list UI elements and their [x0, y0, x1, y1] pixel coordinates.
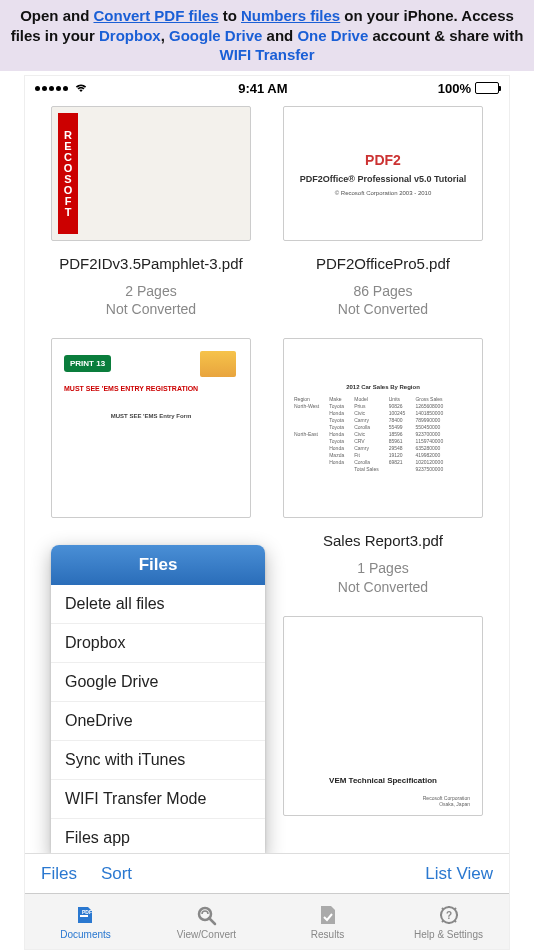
document-state: Not Converted — [338, 578, 428, 596]
popover-item-delete-all[interactable]: Delete all files — [51, 585, 265, 624]
signal-dot-icon — [63, 86, 68, 91]
gear-help-icon: ? — [436, 903, 462, 927]
battery-icon — [475, 82, 499, 94]
popover-title: Files — [51, 545, 265, 585]
document-thumbnail: PDF2 PDF2Office® Professional v5.0 Tutor… — [283, 106, 483, 241]
tab-label: Help & Settings — [414, 929, 483, 940]
document-pages: 2 Pages — [106, 282, 196, 300]
sort-button[interactable]: Sort — [101, 864, 132, 884]
list-view-button[interactable]: List View — [425, 864, 493, 884]
signal-dot-icon — [35, 86, 40, 91]
phone-frame: 9:41 AM 100% RECOSOFT PDF2IDv3.5Pamphlet… — [24, 75, 510, 950]
document-name: Sales Report3.pdf — [323, 532, 443, 549]
highlight-wifi: WIFI Transfer — [219, 46, 314, 63]
document-item[interactable]: 2012 Car Sales By Region RegionNorth-Wes… — [267, 332, 499, 609]
svg-text:PDF: PDF — [82, 909, 92, 915]
link-numbers-files[interactable]: Numbers files — [241, 7, 340, 24]
tab-documents[interactable]: PDF Documents — [25, 894, 146, 949]
tab-help-settings[interactable]: ? Help & Settings — [388, 894, 509, 949]
status-bar: 9:41 AM 100% — [25, 76, 509, 100]
files-button[interactable]: Files — [41, 864, 77, 884]
document-pages: 1 Pages — [338, 559, 428, 577]
wifi-icon — [74, 81, 88, 96]
action-bar: Files Sort List View — [25, 853, 509, 893]
popover-item-dropbox[interactable]: Dropbox — [51, 624, 265, 663]
battery-percent: 100% — [438, 81, 471, 96]
document-thumbnail: RECOSOFT — [51, 106, 251, 241]
document-item[interactable]: RECOSOFT PDF2IDv3.5Pamphlet-3.pdf 2 Page… — [35, 100, 267, 332]
popover-item-sync-itunes[interactable]: Sync with iTunes — [51, 741, 265, 780]
highlight-dropbox: Dropbox — [99, 27, 161, 44]
tab-view-convert[interactable]: View/Convert — [146, 894, 267, 949]
link-convert-pdf[interactable]: Convert PDF files — [93, 7, 218, 24]
svg-line-3 — [209, 918, 215, 924]
popover-item-wifi-transfer[interactable]: WIFI Transfer Mode — [51, 780, 265, 819]
popover-item-google-drive[interactable]: Google Drive — [51, 663, 265, 702]
tab-label: View/Convert — [177, 929, 236, 940]
tab-bar: PDF Documents View/Convert Results ? Hel… — [25, 893, 509, 949]
tab-results[interactable]: Results — [267, 894, 388, 949]
magnify-convert-icon — [194, 903, 220, 927]
files-popover: Files Delete all files Dropbox Google Dr… — [51, 545, 265, 858]
document-item[interactable]: PDF2 PDF2Office® Professional v5.0 Tutor… — [267, 100, 499, 332]
document-name: PDF2OfficePro5.pdf — [316, 255, 450, 272]
highlight-googledrive: Google Drive — [169, 27, 262, 44]
tab-label: Results — [311, 929, 344, 940]
popover-item-onedrive[interactable]: OneDrive — [51, 702, 265, 741]
document-item[interactable]: VEM Technical Specification Recosoft Cor… — [267, 610, 499, 830]
status-time: 9:41 AM — [238, 81, 287, 96]
document-pages: 86 Pages — [338, 282, 428, 300]
svg-rect-0 — [80, 915, 88, 917]
signal-dot-icon — [42, 86, 47, 91]
document-name: PDF2IDv3.5Pamphlet-3.pdf — [59, 255, 242, 272]
tab-label: Documents — [60, 929, 111, 940]
header-banner: Open and Convert PDF files to Numbers fi… — [0, 0, 534, 71]
results-icon — [315, 903, 341, 927]
document-thumbnail: 2012 Car Sales By Region RegionNorth-Wes… — [283, 338, 483, 518]
document-thumbnail: PRINT 13 MUST SEE 'EMS ENTRY REGISTRATIO… — [51, 338, 251, 518]
document-grid[interactable]: RECOSOFT PDF2IDv3.5Pamphlet-3.pdf 2 Page… — [25, 100, 509, 870]
highlight-onedrive: One Drive — [297, 27, 368, 44]
signal-dot-icon — [49, 86, 54, 91]
svg-text:?: ? — [445, 910, 451, 921]
document-thumbnail: VEM Technical Specification Recosoft Cor… — [283, 616, 483, 816]
documents-icon: PDF — [73, 903, 99, 927]
document-state: Not Converted — [338, 300, 428, 318]
signal-dot-icon — [56, 86, 61, 91]
document-state: Not Converted — [106, 300, 196, 318]
